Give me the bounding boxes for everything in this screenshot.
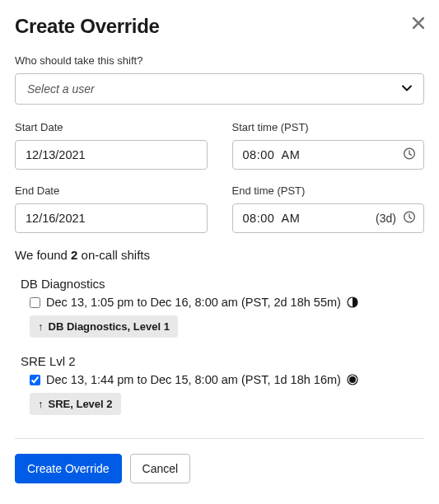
full-circle-icon bbox=[347, 374, 358, 385]
end-time-label: End time (PST) bbox=[232, 184, 425, 197]
modal-title: Create Override bbox=[15, 15, 160, 38]
start-time-label: Start time (PST) bbox=[232, 121, 425, 133]
shift-checkbox[interactable] bbox=[30, 375, 40, 385]
start-time-input[interactable] bbox=[232, 140, 425, 170]
close-icon[interactable] bbox=[413, 15, 424, 31]
end-date-label: End Date bbox=[15, 184, 208, 197]
user-field-label: Who should take this shift? bbox=[15, 54, 424, 67]
user-select-placeholder: Select a user bbox=[27, 82, 95, 96]
user-select[interactable]: Select a user bbox=[15, 73, 424, 105]
found-shifts-text: We found 2 on-call shifts bbox=[15, 248, 424, 262]
start-date-input[interactable] bbox=[15, 140, 208, 170]
cancel-button[interactable]: Cancel bbox=[130, 454, 191, 483]
shift-checkbox[interactable] bbox=[30, 297, 40, 308]
clock-icon bbox=[403, 147, 416, 163]
shift-time-range: Dec 13, 1:05 pm to Dec 16, 8:00 am (PST,… bbox=[46, 296, 341, 309]
shift-name: SRE Lvl 2 bbox=[21, 354, 424, 368]
svg-point-4 bbox=[349, 376, 356, 383]
clock-icon bbox=[403, 211, 416, 226]
arrow-up-icon: ↑ bbox=[38, 320, 44, 333]
end-time-duration: (3d) bbox=[376, 212, 396, 225]
shift-tag: ↑ SRE, Level 2 bbox=[30, 393, 121, 415]
create-override-button[interactable]: Create Override bbox=[15, 454, 122, 483]
chevron-down-icon bbox=[400, 82, 413, 97]
shift-group: SRE Lvl 2 Dec 13, 1:44 pm to Dec 15, 8:0… bbox=[15, 354, 424, 415]
shift-tag-label: DB Diagnostics, Level 1 bbox=[49, 320, 170, 333]
start-date-label: Start Date bbox=[15, 121, 208, 133]
half-moon-icon bbox=[347, 296, 358, 308]
arrow-up-icon: ↑ bbox=[38, 398, 44, 410]
shift-tag: ↑ DB Diagnostics, Level 1 bbox=[30, 315, 178, 338]
shift-time-range: Dec 13, 1:44 pm to Dec 15, 8:00 am (PST,… bbox=[46, 373, 341, 386]
shift-name: DB Diagnostics bbox=[21, 277, 424, 291]
shift-group: DB Diagnostics Dec 13, 1:05 pm to Dec 16… bbox=[15, 277, 424, 338]
end-date-input[interactable] bbox=[15, 203, 208, 233]
shift-tag-label: SRE, Level 2 bbox=[49, 398, 113, 410]
divider bbox=[15, 438, 424, 439]
